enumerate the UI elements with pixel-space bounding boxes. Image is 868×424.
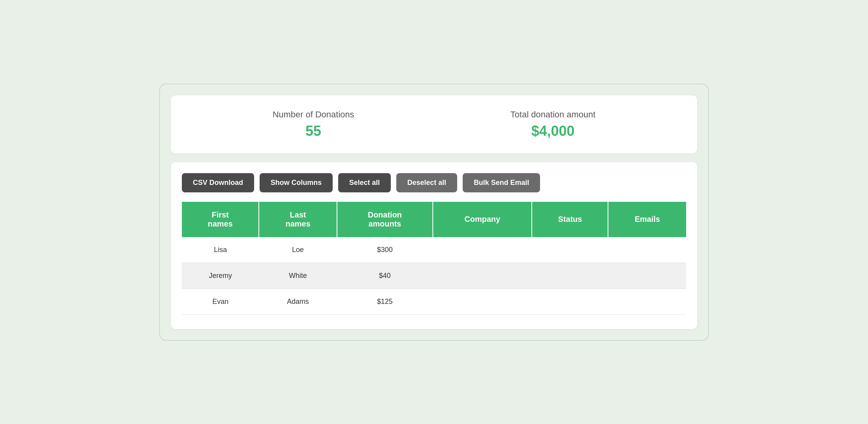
table-row: JeremyWhite$40 (182, 263, 686, 289)
table-card: CSV Download Show Columns Select all Des… (171, 162, 697, 329)
total-label: Total donation amount (511, 110, 596, 120)
select-all-button[interactable]: Select all (338, 173, 391, 192)
col-header-last-names: Lastnames (259, 202, 337, 237)
csv-download-button[interactable]: CSV Download (182, 173, 254, 192)
table-cell-r1-c3 (433, 263, 532, 289)
table-cell-r0-c5 (608, 237, 686, 263)
col-header-donation-amounts: Donationamounts (337, 202, 433, 237)
table-cell-r0-c1: Loe (259, 237, 337, 263)
table-cell-r0-c3 (433, 237, 532, 263)
table-cell-r2-c5 (608, 289, 686, 314)
table-cell-r2-c3 (433, 289, 532, 314)
table-cell-r0-c4 (532, 237, 608, 263)
table-cell-r1-c0: Jeremy (182, 263, 259, 289)
total-stat: Total donation amount $4,000 (511, 110, 596, 139)
bulk-send-email-button[interactable]: Bulk Send Email (463, 173, 540, 192)
col-header-company: Company (433, 202, 532, 237)
table-row: LisaLoe$300 (182, 237, 686, 263)
col-header-status: Status (532, 202, 608, 237)
stats-card: Number of Donations 55 Total donation am… (171, 95, 697, 154)
table-cell-r2-c4 (532, 289, 608, 314)
table-cell-r1-c1: White (259, 263, 337, 289)
table-cell-r1-c2: $40 (337, 263, 433, 289)
donations-value: 55 (273, 123, 354, 139)
toolbar: CSV Download Show Columns Select all Des… (182, 173, 686, 192)
table-cell-r2-c1: Adams (259, 289, 337, 314)
table-cell-r2-c2: $125 (337, 289, 433, 314)
donations-stat: Number of Donations 55 (273, 110, 354, 139)
table-cell-r1-c4 (532, 263, 608, 289)
table-row: EvanAdams$125 (182, 289, 686, 314)
table-cell-r0-c0: Lisa (182, 237, 259, 263)
deselect-all-button[interactable]: Deselect all (396, 173, 457, 192)
table-cell-r0-c2: $300 (337, 237, 433, 263)
table-header-row: Firstnames Lastnames Donationamounts Com… (182, 202, 686, 237)
main-container: Number of Donations 55 Total donation am… (159, 84, 709, 341)
donations-label: Number of Donations (273, 110, 354, 120)
donations-table: Firstnames Lastnames Donationamounts Com… (182, 202, 686, 315)
table-cell-r1-c5 (608, 263, 686, 289)
total-value: $4,000 (511, 123, 596, 139)
col-header-emails: Emails (608, 202, 686, 237)
table-cell-r2-c0: Evan (182, 289, 259, 314)
col-header-first-names: Firstnames (182, 202, 259, 237)
show-columns-button[interactable]: Show Columns (260, 173, 333, 192)
